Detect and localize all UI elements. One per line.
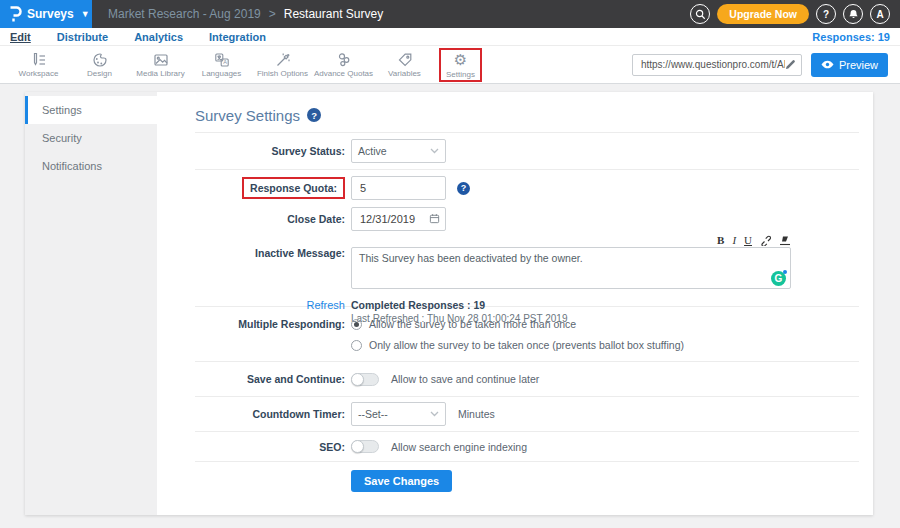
bold-button[interactable]: B bbox=[717, 234, 724, 246]
save-continue-description: Allow to save and continue later bbox=[391, 373, 539, 385]
sidebar-item-settings[interactable]: Settings bbox=[25, 96, 157, 124]
radio-unselected-icon[interactable] bbox=[351, 340, 362, 351]
settings-gear-icon: ⚙ bbox=[454, 52, 467, 69]
survey-url-group: Preview bbox=[632, 53, 892, 77]
breadcrumb-parent[interactable]: Market Research - Aug 2019 bbox=[108, 7, 261, 21]
sidebar-item-security[interactable]: Security bbox=[25, 124, 157, 152]
settings-main: Survey Settings ? Survey Status: Active bbox=[157, 92, 873, 515]
chevron-down-icon bbox=[430, 411, 439, 417]
save-continue-toggle[interactable] bbox=[351, 373, 379, 386]
countdown-timer-row: Countdown Timer: --Set-- Minutes bbox=[195, 397, 859, 432]
countdown-timer-label: Countdown Timer: bbox=[195, 408, 345, 420]
search-icon bbox=[695, 9, 706, 20]
underline-button[interactable]: U bbox=[744, 234, 752, 246]
nav-tab-analytics[interactable]: Analytics bbox=[134, 31, 183, 43]
quota-block: Response Quota: ? Close Date: bbox=[195, 170, 859, 307]
finish-options-icon bbox=[275, 51, 291, 68]
settings-card: Settings Security Notifications Survey S… bbox=[25, 92, 873, 515]
toolbar-item-workspace[interactable]: Workspace bbox=[8, 51, 69, 78]
seo-description: Allow search engine indexing bbox=[391, 441, 527, 453]
page-title: Survey Settings bbox=[195, 107, 300, 124]
survey-url-input[interactable] bbox=[641, 59, 785, 70]
seo-row: SEO: Allow search engine indexing bbox=[195, 432, 859, 462]
breadcrumb-current: Restaurant Survey bbox=[284, 7, 383, 21]
help-button[interactable]: ? bbox=[816, 4, 836, 24]
survey-status-select[interactable]: Active bbox=[351, 139, 446, 163]
inactive-message-textarea[interactable]: This Survey has been deactivated by the … bbox=[351, 247, 791, 289]
topbar: Surveys ▼ Market Research - Aug 2019 > R… bbox=[0, 0, 900, 28]
multiple-responding-label: Multiple Responding: bbox=[195, 318, 345, 361]
search-button[interactable] bbox=[690, 4, 710, 24]
close-date-label: Close Date: bbox=[195, 213, 345, 225]
nav-tab-distribute[interactable]: Distribute bbox=[57, 31, 108, 43]
chevron-down-icon: ▼ bbox=[81, 9, 90, 19]
save-changes-button[interactable]: Save Changes bbox=[351, 470, 452, 492]
design-icon bbox=[92, 51, 108, 68]
toolbar-item-languages[interactable]: A Languages bbox=[191, 51, 252, 78]
link-icon[interactable] bbox=[760, 235, 771, 246]
italic-button[interactable]: I bbox=[732, 234, 736, 246]
save-continue-row: Save and Continue: Allow to save and con… bbox=[195, 362, 859, 397]
survey-url-field[interactable] bbox=[632, 54, 802, 76]
notifications-button[interactable] bbox=[843, 4, 863, 24]
preview-button[interactable]: Preview bbox=[811, 53, 888, 77]
responses-count[interactable]: Responses: 19 bbox=[812, 31, 890, 43]
media-library-icon bbox=[153, 51, 169, 68]
radio-option-once-only[interactable]: Only allow the survey to be taken once (… bbox=[351, 339, 684, 351]
countdown-timer-select[interactable]: --Set-- bbox=[351, 402, 446, 426]
variables-icon bbox=[397, 51, 413, 68]
save-continue-label: Save and Continue: bbox=[195, 373, 345, 385]
content-area: Settings Security Notifications Survey S… bbox=[0, 84, 900, 527]
sidebar-item-notifications[interactable]: Notifications bbox=[25, 152, 157, 180]
svg-text:A: A bbox=[223, 59, 227, 65]
toolbar-item-design[interactable]: Design bbox=[69, 51, 130, 78]
quota-help-icon[interactable]: ? bbox=[457, 182, 470, 195]
nav-tab-integration[interactable]: Integration bbox=[209, 31, 266, 43]
page-heading-row: Survey Settings ? bbox=[195, 92, 859, 133]
toolbar-item-advance-quotas[interactable]: Advance Quotas bbox=[313, 51, 374, 78]
help-icon[interactable]: ? bbox=[307, 108, 321, 122]
remove-format-icon[interactable] bbox=[779, 235, 791, 246]
toolbar-item-settings[interactable]: ⚙ Settings bbox=[439, 48, 482, 82]
seo-toggle[interactable] bbox=[351, 440, 379, 453]
section-nav: Edit Distribute Analytics Integration Re… bbox=[0, 28, 900, 46]
edit-toolbar: Workspace Design Media Library A Languag… bbox=[0, 46, 900, 84]
avatar[interactable]: A bbox=[870, 4, 890, 24]
inactive-message-label: Inactive Message: bbox=[195, 233, 345, 293]
bell-icon bbox=[848, 9, 859, 20]
inactive-message-wrap: This Survey has been deactivated by the … bbox=[351, 247, 791, 293]
grammarly-icon: G bbox=[771, 271, 786, 286]
save-row: Save Changes bbox=[195, 462, 859, 515]
toolbar-item-variables[interactable]: Variables bbox=[374, 51, 435, 78]
response-quota-label: Response Quota: bbox=[242, 177, 345, 199]
breadcrumb: Market Research - Aug 2019 > Restaurant … bbox=[92, 0, 383, 28]
seo-label: SEO: bbox=[195, 441, 345, 453]
workspace-icon bbox=[31, 51, 47, 68]
format-toolbar: B I U bbox=[351, 233, 791, 247]
radio-option-multiple-allowed[interactable]: Allow the survey to be taken more than o… bbox=[351, 318, 684, 330]
close-date-input[interactable] bbox=[351, 207, 446, 231]
languages-icon: A bbox=[214, 51, 230, 68]
questionpro-logo-icon bbox=[8, 5, 22, 23]
surveys-product-switcher[interactable]: Surveys ▼ bbox=[0, 0, 92, 28]
breadcrumb-separator: > bbox=[269, 7, 276, 21]
upgrade-now-button[interactable]: Upgrade Now bbox=[717, 4, 809, 24]
toolbar-item-media-library[interactable]: Media Library bbox=[130, 51, 191, 78]
response-quota-input[interactable] bbox=[351, 176, 446, 200]
app-window: Surveys ▼ Market Research - Aug 2019 > R… bbox=[0, 0, 900, 528]
completed-responses: Completed Responses : 19 bbox=[351, 299, 567, 311]
eye-icon bbox=[821, 60, 834, 69]
product-name: Surveys bbox=[27, 7, 74, 21]
survey-status-row: Survey Status: Active bbox=[195, 133, 859, 170]
nav-tab-edit[interactable]: Edit bbox=[10, 31, 31, 43]
countdown-timer-suffix: Minutes bbox=[458, 408, 495, 420]
topbar-actions: Upgrade Now ? A bbox=[690, 0, 900, 28]
toolbar-item-finish-options[interactable]: Finish Options bbox=[252, 51, 313, 78]
chevron-down-icon bbox=[430, 148, 439, 154]
edit-url-pencil-icon[interactable] bbox=[785, 59, 796, 70]
settings-sidebar: Settings Security Notifications bbox=[25, 92, 157, 515]
radio-selected-icon[interactable] bbox=[351, 319, 362, 330]
advance-quotas-icon bbox=[336, 51, 352, 68]
survey-status-label: Survey Status: bbox=[195, 145, 345, 157]
